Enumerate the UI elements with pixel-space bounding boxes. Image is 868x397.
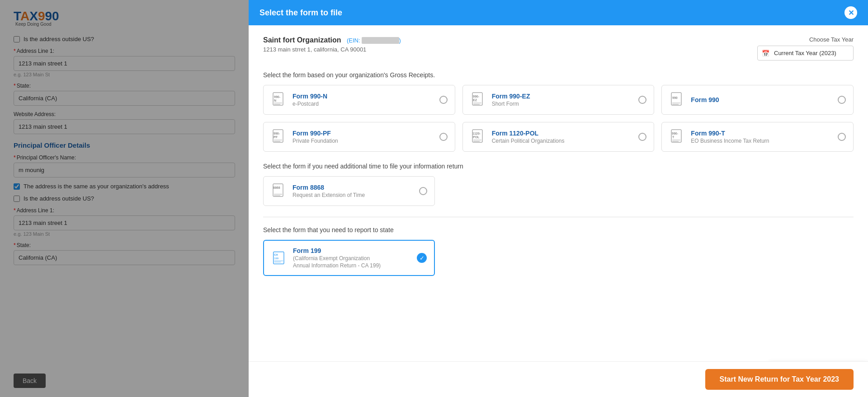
form-990pf-icon: 990- PF [271,129,287,145]
form-990ez-left: 990- EZ Form 990-EZ Short Form [470,92,530,108]
modal-footer: Start New Return for Tax Year 2023 [249,361,868,397]
form-199-desc2: Annual Information Return - CA 199) [293,262,381,269]
form-990t-desc: EO Business Income Tax Return [691,138,769,144]
form-990-radio[interactable] [838,96,846,104]
svg-text:T: T [672,135,675,139]
form-199-desc1: (California Exempt Organization [293,255,381,262]
modal-body: Saint fort Organization (EIN: XX-XXXXXXX… [249,25,868,361]
svg-text:PF: PF [274,135,278,139]
form-990n-info: Form 990-N e-Postcard [292,93,327,107]
form-8868-name: Form 8868 [292,184,365,191]
tax-year-label: Choose Tax Year [809,36,854,43]
ein-value: XX-XXXXXXX [362,37,399,44]
form-990n-desc: e-Postcard [292,101,327,107]
form-990pf-info: Form 990-PF Private Foundation [292,130,338,144]
svg-text:EZ: EZ [473,98,477,102]
org-name-row: Saint fort Organization (EIN: XX-XXXXXXX… [263,36,401,44]
form-8868-radio[interactable] [419,187,427,195]
form-199-card[interactable]: CA 199 Form 199 (California Exempt Organ… [263,240,435,276]
close-icon: ✕ [848,9,854,17]
svg-text:990-: 990- [672,132,679,135]
ein-label: EIN: [349,37,360,44]
form-1120pol-left: 1120- POL Form 1120-POL Certain Politica… [470,129,565,145]
form-990pf-left: 990- PF Form 990-PF Private Foundation [271,129,338,145]
gross-receipts-heading: Select the form based on your organizati… [263,71,854,79]
form-990ez-card[interactable]: 990- EZ Form 990-EZ Short Form [462,85,655,115]
form-990t-info: Form 990-T EO Business Income Tax Return [691,130,769,144]
form-1120pol-desc: Certain Political Organizations [492,138,565,144]
svg-text:8868: 8868 [273,186,280,189]
state-heading: Select the form that you need to report … [263,226,854,234]
svg-text:990-: 990- [274,132,280,135]
form-990pf-name: Form 990-PF [292,130,338,137]
form-990-left: 990 Form 990 [669,92,719,108]
form-8868-card[interactable]: 8868 Form 8868 Request an Extension of T… [263,176,435,206]
org-info-row: Saint fort Organization (EIN: XX-XXXXXXX… [263,36,854,61]
org-address: 1213 main strret 1, california, CA 90001 [263,46,401,53]
section-divider [263,217,854,217]
form-990-icon: 990 [669,92,685,108]
modal-header: Select the form to file ✕ [249,0,868,25]
form-990ez-desc: Short Form [492,101,530,107]
svg-text:1120-: 1120- [472,132,481,135]
svg-text:990-: 990- [473,95,480,98]
svg-text:CA: CA [274,253,278,256]
tax-year-select-wrapper: 📅 Current Tax Year (2023) Tax Year (2022… [757,46,854,61]
org-name: Saint fort Organization [263,36,341,44]
form-990n-name: Form 990-N [292,93,327,100]
form-990ez-icon: 990- EZ [470,92,486,108]
form-990t-icon: 990- T [669,129,685,145]
form-199-icon: CA 199 [271,250,288,266]
form-1120pol-radio[interactable] [638,133,646,141]
form-8868-icon: 8868 [271,183,287,199]
form-199-left: CA 199 Form 199 (California Exempt Organ… [271,247,381,269]
org-ein: (EIN: XX-XXXXXXX) [347,37,401,44]
calendar-icon: 📅 [762,50,769,57]
start-return-button[interactable]: Start New Return for Tax Year 2023 [705,369,854,390]
form-990ez-name: Form 990-EZ [492,93,530,100]
form-199-info: Form 199 (California Exempt Organization… [293,247,381,269]
form-1120pol-name: Form 1120-POL [492,130,565,137]
svg-text:N: N [274,99,276,102]
form-990n-card[interactable]: 990- N Form 990-N e-Postcard [263,85,455,115]
form-1120pol-icon: 1120- POL [470,129,486,145]
form-990t-name: Form 990-T [691,130,769,137]
form-8868-desc: Request an Extension of Time [292,192,365,198]
form-8868-left: 8868 Form 8868 Request an Extension of T… [271,183,365,199]
form-990n-icon: 990- N [271,92,287,108]
modal-title: Select the form to file [259,8,342,18]
form-990ez-info: Form 990-EZ Short Form [492,93,530,107]
form-990t-card[interactable]: 990- T Form 990-T EO Business Income Tax… [661,122,854,152]
gross-receipts-forms-grid: 990- N Form 990-N e-Postcard [263,85,854,152]
form-990ez-radio[interactable] [638,96,646,104]
form-199-name: Form 199 [293,247,381,254]
extension-form-area: 8868 Form 8868 Request an Extension of T… [263,176,435,206]
org-details: Saint fort Organization (EIN: XX-XXXXXXX… [263,36,401,53]
svg-text:199: 199 [274,257,278,260]
form-8868-info: Form 8868 Request an Extension of Time [292,184,365,198]
form-990pf-card[interactable]: 990- PF Form 990-PF Private Foundation [263,122,455,152]
extension-heading: Select the form if you need additional t… [263,163,854,170]
tax-year-select[interactable]: Current Tax Year (2023) Tax Year (2022) … [757,46,854,61]
form-990-card[interactable]: 990 Form 990 [661,85,854,115]
form-199-checkmark[interactable] [417,253,427,263]
form-990pf-radio[interactable] [439,133,448,141]
form-1120pol-card[interactable]: 1120- POL Form 1120-POL Certain Politica… [462,122,655,152]
modal-close-button[interactable]: ✕ [844,6,857,19]
tax-year-section: Choose Tax Year 📅 Current Tax Year (2023… [757,36,854,61]
form-990-name: Form 990 [691,96,719,103]
form-990-info: Form 990 [691,96,719,103]
svg-text:990-: 990- [274,95,281,98]
form-990pf-desc: Private Foundation [292,138,338,144]
svg-text:POL: POL [473,135,480,139]
svg-text:990: 990 [672,96,678,99]
form-990n-left: 990- N Form 990-N e-Postcard [271,92,327,108]
form-990n-radio[interactable] [439,96,448,104]
form-1120pol-info: Form 1120-POL Certain Political Organiza… [492,130,565,144]
form-990t-left: 990- T Form 990-T EO Business Income Tax… [669,129,769,145]
modal-dialog: Select the form to file ✕ Saint fort Org… [249,0,868,397]
form-990t-radio[interactable] [838,133,846,141]
